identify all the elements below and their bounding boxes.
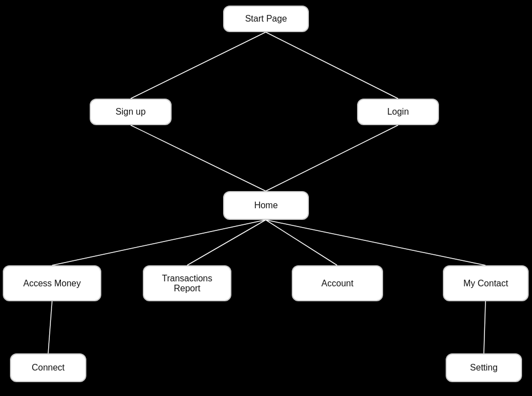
- my-contact-node[interactable]: My Contact: [443, 265, 529, 301]
- svg-line-5: [187, 220, 266, 265]
- svg-line-4: [52, 220, 266, 265]
- svg-line-6: [266, 220, 337, 265]
- svg-line-2: [131, 125, 266, 191]
- my-contact-label: My Contact: [463, 279, 508, 289]
- account-node[interactable]: Account: [292, 265, 383, 301]
- setting-node[interactable]: Setting: [446, 353, 522, 382]
- svg-line-0: [131, 32, 266, 99]
- svg-line-8: [48, 301, 52, 353]
- transactions-report-node[interactable]: Transactions Report: [143, 265, 231, 301]
- login-node[interactable]: Login: [357, 99, 439, 125]
- svg-line-1: [266, 32, 398, 99]
- access-money-label: Access Money: [23, 279, 81, 289]
- login-label: Login: [387, 107, 409, 117]
- start-page-node[interactable]: Start Page: [223, 6, 309, 32]
- setting-label: Setting: [470, 363, 498, 373]
- svg-line-9: [484, 301, 485, 353]
- transactions-report-label: Transactions Report: [162, 274, 213, 294]
- svg-line-3: [266, 125, 398, 191]
- access-money-node[interactable]: Access Money: [3, 265, 101, 301]
- connect-node[interactable]: Connect: [10, 353, 86, 382]
- sign-up-node[interactable]: Sign up: [90, 99, 172, 125]
- connect-label: Connect: [32, 363, 65, 373]
- home-label: Home: [254, 200, 278, 210]
- svg-line-7: [266, 220, 485, 265]
- sign-up-label: Sign up: [116, 107, 146, 117]
- account-label: Account: [322, 279, 354, 289]
- home-node[interactable]: Home: [223, 191, 309, 220]
- start-page-label: Start Page: [245, 14, 287, 24]
